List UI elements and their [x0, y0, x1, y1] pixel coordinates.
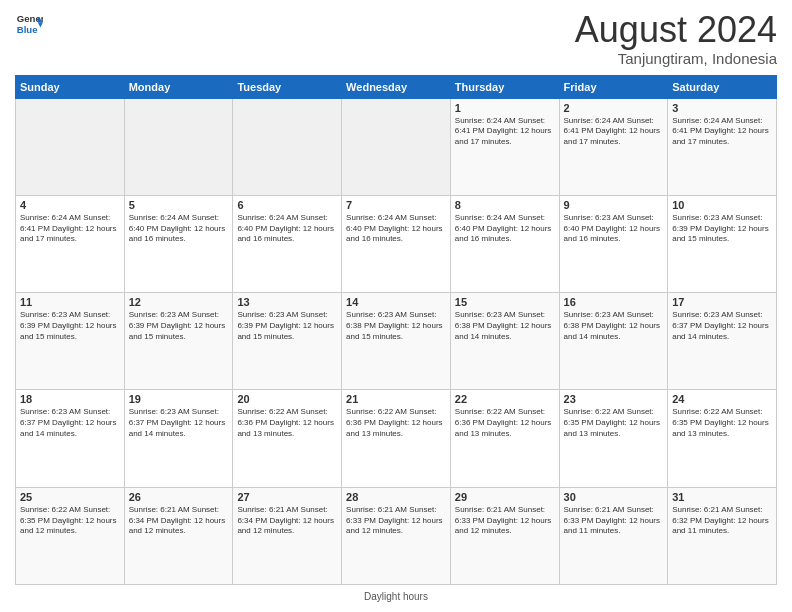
day-cell: 14Sunrise: 6:23 AM Sunset: 6:38 PM Dayli… [342, 293, 451, 390]
day-header-tuesday: Tuesday [233, 75, 342, 98]
day-cell: 16Sunrise: 6:23 AM Sunset: 6:38 PM Dayli… [559, 293, 668, 390]
day-cell: 9Sunrise: 6:23 AM Sunset: 6:40 PM Daylig… [559, 195, 668, 292]
day-info: Sunrise: 6:23 AM Sunset: 6:38 PM Dayligh… [455, 310, 555, 342]
day-cell: 30Sunrise: 6:21 AM Sunset: 6:33 PM Dayli… [559, 487, 668, 584]
day-info: Sunrise: 6:23 AM Sunset: 6:38 PM Dayligh… [564, 310, 664, 342]
day-cell: 22Sunrise: 6:22 AM Sunset: 6:36 PM Dayli… [450, 390, 559, 487]
day-cell: 13Sunrise: 6:23 AM Sunset: 6:39 PM Dayli… [233, 293, 342, 390]
day-cell: 6Sunrise: 6:24 AM Sunset: 6:40 PM Daylig… [233, 195, 342, 292]
day-number: 19 [129, 393, 229, 405]
day-cell: 7Sunrise: 6:24 AM Sunset: 6:40 PM Daylig… [342, 195, 451, 292]
svg-marker-4 [38, 22, 43, 27]
footer-text: Daylight hours [364, 591, 428, 602]
day-info: Sunrise: 6:22 AM Sunset: 6:36 PM Dayligh… [237, 407, 337, 439]
day-number: 28 [346, 491, 446, 503]
day-number: 3 [672, 102, 772, 114]
header-row: SundayMondayTuesdayWednesdayThursdayFrid… [16, 75, 777, 98]
day-number: 25 [20, 491, 120, 503]
day-number: 20 [237, 393, 337, 405]
day-info: Sunrise: 6:24 AM Sunset: 6:40 PM Dayligh… [455, 213, 555, 245]
logo-icon: General Blue [15, 10, 43, 38]
day-number: 26 [129, 491, 229, 503]
day-info: Sunrise: 6:21 AM Sunset: 6:33 PM Dayligh… [564, 505, 664, 537]
day-number: 14 [346, 296, 446, 308]
day-number: 10 [672, 199, 772, 211]
day-info: Sunrise: 6:24 AM Sunset: 6:41 PM Dayligh… [672, 116, 772, 148]
day-info: Sunrise: 6:23 AM Sunset: 6:39 PM Dayligh… [237, 310, 337, 342]
day-cell: 8Sunrise: 6:24 AM Sunset: 6:40 PM Daylig… [450, 195, 559, 292]
day-number: 17 [672, 296, 772, 308]
day-cell: 25Sunrise: 6:22 AM Sunset: 6:35 PM Dayli… [16, 487, 125, 584]
day-number: 15 [455, 296, 555, 308]
day-number: 9 [564, 199, 664, 211]
week-row-4: 18Sunrise: 6:23 AM Sunset: 6:37 PM Dayli… [16, 390, 777, 487]
day-cell: 19Sunrise: 6:23 AM Sunset: 6:37 PM Dayli… [124, 390, 233, 487]
week-row-2: 4Sunrise: 6:24 AM Sunset: 6:41 PM Daylig… [16, 195, 777, 292]
calendar-table: SundayMondayTuesdayWednesdayThursdayFrid… [15, 75, 777, 585]
day-info: Sunrise: 6:24 AM Sunset: 6:41 PM Dayligh… [20, 213, 120, 245]
week-row-3: 11Sunrise: 6:23 AM Sunset: 6:39 PM Dayli… [16, 293, 777, 390]
day-number: 13 [237, 296, 337, 308]
day-number: 12 [129, 296, 229, 308]
day-cell: 5Sunrise: 6:24 AM Sunset: 6:40 PM Daylig… [124, 195, 233, 292]
day-cell [16, 98, 125, 195]
day-info: Sunrise: 6:21 AM Sunset: 6:33 PM Dayligh… [455, 505, 555, 537]
day-number: 5 [129, 199, 229, 211]
day-number: 18 [20, 393, 120, 405]
day-number: 22 [455, 393, 555, 405]
day-cell: 20Sunrise: 6:22 AM Sunset: 6:36 PM Dayli… [233, 390, 342, 487]
day-cell: 28Sunrise: 6:21 AM Sunset: 6:33 PM Dayli… [342, 487, 451, 584]
header: General Blue August 2024 Tanjungtiram, I… [15, 10, 777, 67]
day-cell: 11Sunrise: 6:23 AM Sunset: 6:39 PM Dayli… [16, 293, 125, 390]
day-info: Sunrise: 6:24 AM Sunset: 6:41 PM Dayligh… [455, 116, 555, 148]
day-info: Sunrise: 6:24 AM Sunset: 6:40 PM Dayligh… [237, 213, 337, 245]
day-cell: 15Sunrise: 6:23 AM Sunset: 6:38 PM Dayli… [450, 293, 559, 390]
day-info: Sunrise: 6:23 AM Sunset: 6:39 PM Dayligh… [672, 213, 772, 245]
day-number: 2 [564, 102, 664, 114]
calendar-page: General Blue August 2024 Tanjungtiram, I… [0, 0, 792, 612]
day-info: Sunrise: 6:24 AM Sunset: 6:40 PM Dayligh… [129, 213, 229, 245]
day-number: 11 [20, 296, 120, 308]
day-cell: 12Sunrise: 6:23 AM Sunset: 6:39 PM Dayli… [124, 293, 233, 390]
day-number: 4 [20, 199, 120, 211]
title-block: August 2024 Tanjungtiram, Indonesia [575, 10, 777, 67]
day-number: 21 [346, 393, 446, 405]
day-info: Sunrise: 6:22 AM Sunset: 6:35 PM Dayligh… [564, 407, 664, 439]
day-cell: 31Sunrise: 6:21 AM Sunset: 6:32 PM Dayli… [668, 487, 777, 584]
day-info: Sunrise: 6:21 AM Sunset: 6:34 PM Dayligh… [129, 505, 229, 537]
day-cell: 10Sunrise: 6:23 AM Sunset: 6:39 PM Dayli… [668, 195, 777, 292]
day-cell: 24Sunrise: 6:22 AM Sunset: 6:35 PM Dayli… [668, 390, 777, 487]
day-info: Sunrise: 6:22 AM Sunset: 6:35 PM Dayligh… [20, 505, 120, 537]
day-info: Sunrise: 6:22 AM Sunset: 6:36 PM Dayligh… [455, 407, 555, 439]
day-cell [233, 98, 342, 195]
day-number: 1 [455, 102, 555, 114]
day-number: 27 [237, 491, 337, 503]
day-cell: 3Sunrise: 6:24 AM Sunset: 6:41 PM Daylig… [668, 98, 777, 195]
day-info: Sunrise: 6:23 AM Sunset: 6:39 PM Dayligh… [20, 310, 120, 342]
day-cell: 27Sunrise: 6:21 AM Sunset: 6:34 PM Dayli… [233, 487, 342, 584]
day-cell: 21Sunrise: 6:22 AM Sunset: 6:36 PM Dayli… [342, 390, 451, 487]
day-info: Sunrise: 6:23 AM Sunset: 6:37 PM Dayligh… [672, 310, 772, 342]
day-info: Sunrise: 6:21 AM Sunset: 6:34 PM Dayligh… [237, 505, 337, 537]
day-cell [124, 98, 233, 195]
day-info: Sunrise: 6:23 AM Sunset: 6:39 PM Dayligh… [129, 310, 229, 342]
day-info: Sunrise: 6:21 AM Sunset: 6:33 PM Dayligh… [346, 505, 446, 537]
day-info: Sunrise: 6:24 AM Sunset: 6:40 PM Dayligh… [346, 213, 446, 245]
week-row-1: 1Sunrise: 6:24 AM Sunset: 6:41 PM Daylig… [16, 98, 777, 195]
day-header-saturday: Saturday [668, 75, 777, 98]
day-info: Sunrise: 6:22 AM Sunset: 6:36 PM Dayligh… [346, 407, 446, 439]
day-info: Sunrise: 6:21 AM Sunset: 6:32 PM Dayligh… [672, 505, 772, 537]
day-cell [342, 98, 451, 195]
day-cell: 18Sunrise: 6:23 AM Sunset: 6:37 PM Dayli… [16, 390, 125, 487]
day-number: 29 [455, 491, 555, 503]
day-cell: 1Sunrise: 6:24 AM Sunset: 6:41 PM Daylig… [450, 98, 559, 195]
day-header-thursday: Thursday [450, 75, 559, 98]
subtitle: Tanjungtiram, Indonesia [575, 50, 777, 67]
footer: Daylight hours [15, 591, 777, 602]
day-number: 6 [237, 199, 337, 211]
day-info: Sunrise: 6:24 AM Sunset: 6:41 PM Dayligh… [564, 116, 664, 148]
day-cell: 4Sunrise: 6:24 AM Sunset: 6:41 PM Daylig… [16, 195, 125, 292]
day-info: Sunrise: 6:23 AM Sunset: 6:37 PM Dayligh… [129, 407, 229, 439]
day-header-sunday: Sunday [16, 75, 125, 98]
day-cell: 29Sunrise: 6:21 AM Sunset: 6:33 PM Dayli… [450, 487, 559, 584]
